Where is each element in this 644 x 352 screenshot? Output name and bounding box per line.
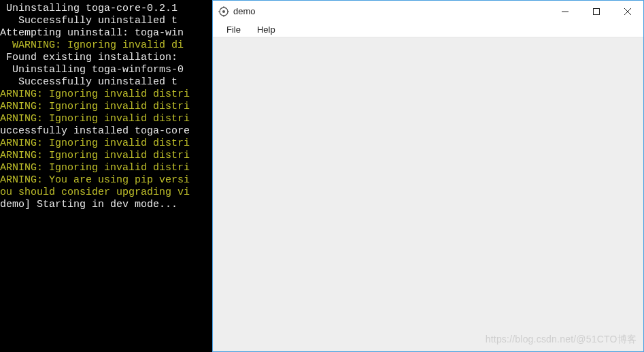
terminal-line: ARNING: Ignoring invalid distri (0, 162, 212, 174)
svg-rect-7 (594, 8, 600, 14)
close-icon (624, 8, 631, 15)
menu-file[interactable]: File (220, 23, 248, 36)
titlebar[interactable]: demo (213, 1, 643, 22)
menubar: File Help (213, 22, 643, 37)
close-button[interactable] (612, 1, 643, 22)
terminal-line: demo] Starting in dev mode... (0, 199, 212, 211)
app-window: demo File Help https://blog.csdn.net/@51… (212, 0, 644, 352)
app-icon (218, 6, 229, 17)
window-title: demo (233, 6, 256, 16)
terminal-line: Attempting uninstall: toga-win (0, 27, 212, 39)
terminal-line: ARNING: Ignoring invalid distri (0, 150, 212, 162)
title-left: demo (218, 6, 256, 17)
terminal-line: Uninstalling toga-core-0.2.1 (0, 3, 212, 15)
window-controls (549, 1, 643, 22)
menu-help[interactable]: Help (250, 23, 282, 36)
terminal-line: ARNING: Ignoring invalid distri (0, 113, 212, 125)
maximize-icon (593, 8, 600, 15)
terminal-line: ARNING: Ignoring invalid distri (0, 101, 212, 113)
terminal-line: Successfully uninstalled t (0, 15, 212, 27)
terminal-line: ARNING: You are using pip versi (0, 174, 212, 187)
svg-point-1 (222, 10, 225, 13)
terminal-line: Found existing installation: (0, 52, 212, 64)
watermark-text: https://blog.csdn.net/@51CTO博客 (486, 334, 637, 346)
maximize-button[interactable] (581, 1, 612, 22)
screen: Uninstalling toga-core-0.2.1 Successfull… (0, 0, 644, 352)
terminal-line: WARNING: Ignoring invalid di (0, 39, 212, 52)
terminal-pane[interactable]: Uninstalling toga-core-0.2.1 Successfull… (0, 0, 212, 352)
terminal-line: ou should consider upgrading vi (0, 187, 212, 199)
terminal-line: uccessfully installed toga-core (0, 125, 212, 138)
minimize-button[interactable] (549, 1, 581, 22)
terminal-line: ARNING: Ignoring invalid distri (0, 138, 212, 150)
terminal-line: ARNING: Ignoring invalid distri (0, 89, 212, 101)
terminal-line: Successfully uninstalled t (0, 76, 212, 89)
client-area: https://blog.csdn.net/@51CTO博客 (213, 37, 643, 351)
minimize-icon (562, 8, 569, 15)
terminal-line: Uninstalling toga-winforms-0 (0, 64, 212, 76)
